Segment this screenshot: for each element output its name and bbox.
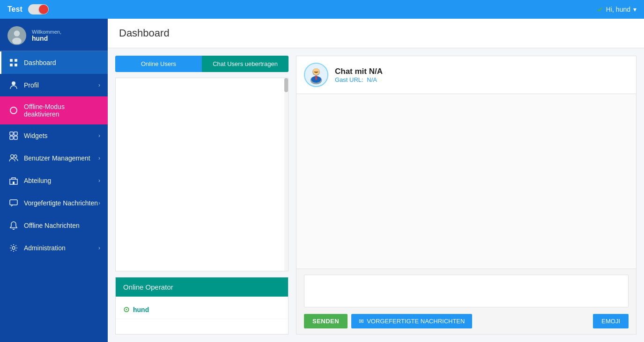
content-area: Online Users Chat Users uebertragen Onli…	[108, 48, 644, 342]
chevron-right-icon: ›	[98, 200, 100, 206]
building-icon	[9, 176, 18, 185]
sidebar-item-vorgefertigte[interactable]: Vorgefertigte Nachrichten ›	[0, 192, 108, 214]
sidebar-label-administration: Administration	[24, 244, 66, 252]
svg-rect-11	[10, 136, 13, 139]
chat-actions: SENDEN ✉ VORGEFERTIGTE NACHRICHTEN EMOJI	[304, 314, 629, 328]
sidebar-item-administration[interactable]: Administration ›	[0, 237, 108, 259]
gast-url-value: N/A	[367, 76, 377, 83]
operator-panel: Online Operator ⊙ hund	[115, 277, 289, 335]
chat-name: Chat mit N/A	[335, 67, 383, 76]
page-title: Dashboard	[119, 27, 633, 39]
sidebar-username: hund	[32, 35, 61, 42]
toggle-track[interactable]	[28, 4, 49, 15]
svg-point-18	[12, 247, 15, 249]
sidebar-label-widgets: Widgets	[24, 132, 48, 139]
left-panel: Online Users Chat Users uebertragen Onli…	[115, 56, 289, 335]
envelope-icon: ✉	[359, 318, 364, 325]
scrollbar-track[interactable]	[284, 78, 288, 271]
topbar: Test ✔ Hi, hund ▾	[0, 0, 644, 19]
sidebar-nav: Dashboard Profil ›	[0, 51, 108, 259]
sidebar-welcome: Willkommen,	[32, 29, 61, 35]
svg-rect-3	[10, 59, 13, 62]
svg-rect-10	[14, 132, 17, 135]
sidebar-item-benutzer[interactable]: Benutzer Management ›	[0, 147, 108, 169]
chat-textarea[interactable]	[304, 275, 629, 307]
sidebar-item-dashboard[interactable]: Dashboard	[0, 51, 108, 74]
app-title: Test	[7, 5, 22, 14]
page-header: Dashboard	[108, 19, 644, 48]
chevron-right-icon: ›	[98, 177, 100, 184]
svg-point-8	[10, 107, 17, 114]
bell-icon	[9, 221, 18, 230]
avatar	[7, 26, 26, 45]
users-icon	[9, 153, 18, 163]
message-icon	[9, 198, 18, 208]
tabs-container: Online Users Chat Users uebertragen	[115, 56, 289, 72]
chat-messages	[296, 94, 636, 269]
tab-online-users[interactable]: Online Users	[115, 56, 202, 72]
widget-icon	[9, 131, 18, 140]
sidebar-item-offline-modus[interactable]: Offline-Modus deaktivieren	[0, 96, 108, 124]
gear-icon	[9, 243, 18, 253]
svg-rect-23	[315, 76, 317, 80]
svg-rect-4	[15, 59, 17, 62]
operator-name: hund	[133, 306, 149, 313]
sidebar-label-benutzer: Benutzer Management	[24, 154, 90, 162]
sidebar-item-widgets[interactable]: Widgets ›	[0, 124, 108, 147]
sidebar-user-info: Willkommen, hund	[32, 29, 61, 42]
grid-icon	[9, 58, 18, 67]
topbar-left: Test	[7, 4, 49, 15]
users-list-panel	[115, 78, 289, 271]
svg-rect-6	[15, 64, 17, 66]
sidebar-label-profil: Profil	[24, 81, 39, 89]
svg-rect-17	[10, 200, 17, 205]
user-icon	[9, 80, 18, 90]
operator-list: ⊙ hund	[116, 297, 288, 334]
vorgefertigte-button[interactable]: ✉ VORGEFERTIGTE NACHRICHTEN	[351, 314, 472, 328]
chevron-right-icon: ›	[98, 245, 100, 251]
main-content: Dashboard Online Users Chat Users uebert…	[108, 19, 644, 342]
svg-point-14	[14, 155, 17, 158]
sidebar-user-section: Willkommen, hund	[0, 19, 108, 51]
topbar-greeting: Hi, hund	[606, 6, 630, 13]
chevron-right-icon: ›	[98, 82, 100, 88]
svg-point-1	[14, 30, 20, 36]
chat-avatar	[304, 63, 328, 87]
check-icon: ✔	[597, 5, 603, 14]
chat-user-info: Chat mit N/A Gast URL: N/A	[335, 67, 383, 83]
svg-rect-16	[13, 182, 15, 184]
sidebar-item-offline-nachrichten[interactable]: Offline Nachrichten	[0, 214, 108, 237]
svg-point-24	[313, 68, 319, 75]
svg-point-13	[11, 155, 14, 158]
operator-status-icon: ⊙	[123, 305, 129, 314]
svg-rect-5	[10, 64, 13, 66]
gast-url-label: Gast URL:	[335, 76, 363, 83]
topbar-user[interactable]: ✔ Hi, hund ▾	[597, 5, 637, 14]
emoji-button[interactable]: EMOJI	[593, 314, 629, 328]
svg-rect-12	[14, 136, 17, 139]
chat-url: Gast URL: N/A	[335, 76, 383, 83]
sidebar-label-offline: Offline-Modus deaktivieren	[24, 103, 100, 118]
toggle-knob	[39, 5, 48, 14]
chevron-right-icon: ›	[98, 132, 100, 139]
svg-point-7	[12, 81, 15, 85]
chat-input-area: SENDEN ✉ VORGEFERTIGTE NACHRICHTEN EMOJI	[296, 269, 636, 334]
sidebar-item-profil[interactable]: Profil ›	[0, 74, 108, 96]
sidebar-item-abteilung[interactable]: Abteilung ›	[0, 169, 108, 192]
operator-item[interactable]: ⊙ hund	[116, 300, 288, 319]
toggle-container[interactable]	[28, 4, 49, 15]
scrollbar-thumb	[284, 78, 288, 92]
senden-button[interactable]: SENDEN	[304, 314, 348, 328]
operator-header: Online Operator	[116, 277, 288, 297]
tab-chat-users[interactable]: Chat Users uebertragen	[202, 56, 289, 72]
sidebar-label-offline-nachrichten: Offline Nachrichten	[24, 222, 80, 229]
chat-header: Chat mit N/A Gast URL: N/A	[296, 56, 636, 94]
chevron-right-icon: ›	[98, 155, 100, 161]
sidebar-label-vorgefertigte: Vorgefertigte Nachrichten	[24, 199, 98, 207]
dropdown-arrow-icon: ▾	[633, 6, 637, 13]
sidebar: Willkommen, hund Dashboard	[0, 19, 108, 342]
layout: Willkommen, hund Dashboard	[0, 19, 644, 342]
svg-rect-9	[10, 132, 13, 135]
sidebar-label-dashboard: Dashboard	[24, 59, 56, 66]
chat-panel: Chat mit N/A Gast URL: N/A SENDEN	[296, 56, 637, 335]
